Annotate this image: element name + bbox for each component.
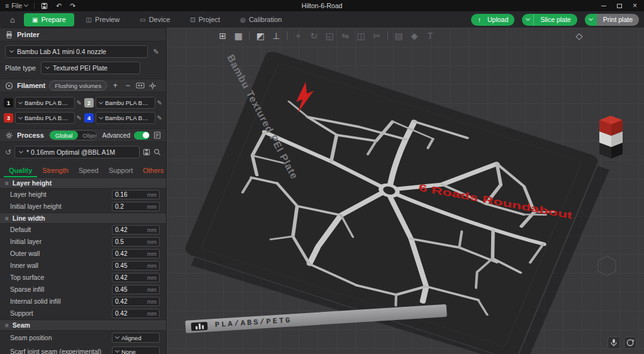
tab-calibration[interactable]: ◎ Calibration xyxy=(232,13,290,26)
cut-icon[interactable]: ✂ xyxy=(370,30,384,42)
viewport-3d[interactable]: 6 Roads Roundabout ⊞ xyxy=(167,28,644,354)
redo-button[interactable]: ↷ xyxy=(66,0,79,11)
sidebar-settings-panel: Printer Bambu Lab A1 mini 0.4 nozzle ✎ P… xyxy=(0,28,167,354)
filament-select-3[interactable]: Bambu PLA Basic xyxy=(15,112,75,124)
scope-objects-button[interactable]: Objects xyxy=(78,131,96,140)
tab-preview[interactable]: ◫ Preview xyxy=(78,13,128,26)
printer-preset-select[interactable]: Bambu Lab A1 mini 0.4 nozzle xyxy=(5,45,148,58)
scarf-joint-seam-select[interactable]: None xyxy=(112,346,160,354)
layer-height-input[interactable]: 0.16 mm xyxy=(112,190,160,199)
rotate-icon[interactable]: ↻ xyxy=(307,30,321,42)
process-preset-select[interactable]: * 0.16mm Optimal @BBL A1M xyxy=(14,146,140,158)
home-button[interactable]: ⌂ xyxy=(5,13,20,26)
viewport-toolbar: ⊞ ▦ ◩ ⊥ + ↻ ◱ ⇋ ◫ ✂ ▤ ◆ T xyxy=(216,30,437,42)
split-icon[interactable]: ◫ xyxy=(354,30,368,42)
text-tool-icon[interactable]: T xyxy=(423,30,437,42)
tab-device[interactable]: ▭ Device xyxy=(131,13,178,26)
sparse-infill-line-width-input[interactable]: 0.45 mm xyxy=(112,285,160,294)
scale-icon[interactable]: ◱ xyxy=(323,30,336,42)
printer-edit-icon[interactable]: ✎ xyxy=(151,48,161,56)
filament-section-header: Filament Flushing volumes + − xyxy=(0,79,166,92)
outer-wall-line-width-input[interactable]: 0.42 mm xyxy=(112,249,160,258)
print-plate-label: Print plate xyxy=(597,16,639,23)
seam-position-select[interactable]: Aligned xyxy=(112,333,160,343)
tab-support[interactable]: Support xyxy=(104,167,138,177)
add-filament-button[interactable]: + xyxy=(111,81,119,91)
filament-color-chip[interactable]: 4 xyxy=(84,113,94,123)
flushing-volumes-button[interactable]: Flushing volumes xyxy=(49,80,107,91)
filament-edit-icon[interactable]: ✎ xyxy=(77,99,82,106)
line-width-group-header: ≡ Line width xyxy=(0,213,166,224)
reset-view-icon xyxy=(625,338,635,348)
seam-paint-icon[interactable]: ◆ xyxy=(408,30,421,42)
minimize-button[interactable] xyxy=(596,0,611,11)
filament-select-4[interactable]: Bambu PLA Basic xyxy=(96,112,155,124)
tab-prepare[interactable]: ▣ Prepare xyxy=(24,13,74,26)
process-tabs: Quality Strength Speed Support Others xyxy=(0,162,166,177)
mirror-icon[interactable]: ⇋ xyxy=(338,30,352,42)
default-line-width-input[interactable]: 0.42 mm xyxy=(112,225,160,235)
tab-project[interactable]: ⊡ Project xyxy=(182,13,228,26)
search-icon[interactable] xyxy=(153,148,161,156)
divider xyxy=(34,3,35,9)
filament-slot-1: 1 Bambu PLA Basic ✎ xyxy=(4,97,82,109)
internal-solid-infill-line-width-input[interactable]: 0.42 mm xyxy=(112,297,160,306)
bambu-logo xyxy=(191,321,208,331)
filament-color-chip[interactable]: 2 xyxy=(84,98,94,108)
support-line-width-input[interactable]: 0.42 mm xyxy=(112,309,160,318)
setting-row: Sparse infill 0.45 mm xyxy=(0,284,166,296)
arrange-icon[interactable]: ▦ xyxy=(231,30,245,42)
wipe-tower[interactable] xyxy=(599,116,623,158)
maximize-button[interactable] xyxy=(611,0,627,11)
auto-orient-icon[interactable]: ◩ xyxy=(253,30,267,42)
close-button[interactable]: × xyxy=(627,0,643,11)
filament-edit-icon[interactable]: ✎ xyxy=(157,114,162,121)
print-dropdown[interactable] xyxy=(585,14,597,26)
filament-select-1[interactable]: Bambu PLA Basic xyxy=(15,97,75,109)
ams-icon[interactable] xyxy=(136,82,145,89)
tab-speed[interactable]: Speed xyxy=(74,167,104,177)
advanced-toggle[interactable] xyxy=(134,131,150,140)
slice-plate-button[interactable]: Slice plate xyxy=(522,14,577,26)
save-preset-icon[interactable] xyxy=(143,148,150,156)
slice-dropdown[interactable] xyxy=(522,14,534,26)
inner-wall-line-width-input[interactable]: 0.45 mm xyxy=(112,261,160,270)
print-plate-button[interactable]: Print plate xyxy=(585,14,639,26)
upload-button[interactable]: ↑ Upload xyxy=(471,14,514,26)
filament-color-chip[interactable]: 1 xyxy=(4,98,13,108)
tab-strength[interactable]: Strength xyxy=(37,167,74,177)
scope-global-button[interactable]: Global xyxy=(50,131,78,140)
initial-layer-line-width-input[interactable]: 0.5 mm xyxy=(112,237,160,246)
move-icon[interactable]: + xyxy=(291,30,305,42)
tab-others[interactable]: Others xyxy=(138,167,167,177)
filament-edit-icon[interactable]: ✎ xyxy=(157,99,162,106)
save-button[interactable] xyxy=(37,0,52,11)
tab-quality[interactable]: Quality xyxy=(4,167,37,177)
setting-row: Scarf joint seam (experimental) None xyxy=(0,345,166,354)
top-surface-line-width-input[interactable]: 0.42 mm xyxy=(112,273,160,282)
prepare-icon: ▣ xyxy=(32,16,38,23)
filament-select-2[interactable]: Bambu PLA Basic xyxy=(96,97,155,109)
filament-spool-icon xyxy=(5,82,13,90)
add-plate-icon[interactable]: ⊞ xyxy=(216,30,230,42)
reset-view-button[interactable] xyxy=(624,336,636,349)
setting-row: Outer wall 0.42 mm xyxy=(0,248,166,260)
voice-assistant-button[interactable] xyxy=(608,336,620,349)
tab-device-label: Device xyxy=(149,16,170,23)
support-paint-icon[interactable]: ▤ xyxy=(392,30,406,42)
setting-row: Initial layer height 0.2 mm xyxy=(0,201,166,213)
param-list-icon[interactable] xyxy=(153,131,161,139)
history-icon[interactable]: ↺ xyxy=(5,148,11,157)
initial-layer-height-input[interactable]: 0.2 mm xyxy=(112,202,160,211)
lay-flat-icon[interactable]: ⊥ xyxy=(269,30,283,42)
remove-filament-button[interactable]: − xyxy=(123,81,132,91)
setting-row: Initial layer 0.5 mm xyxy=(0,236,166,248)
plate-type-select[interactable]: Textured PEI Plate xyxy=(41,62,140,74)
file-menu[interactable]: ≡ File xyxy=(1,0,31,11)
divider xyxy=(287,31,287,40)
filament-edit-icon[interactable]: ✎ xyxy=(77,114,82,121)
undo-button[interactable]: ↶ xyxy=(52,0,65,11)
filament-settings-icon[interactable] xyxy=(148,82,157,90)
assembly-view-icon[interactable]: ◇ xyxy=(572,30,586,42)
filament-color-chip[interactable]: 3 xyxy=(4,113,13,123)
